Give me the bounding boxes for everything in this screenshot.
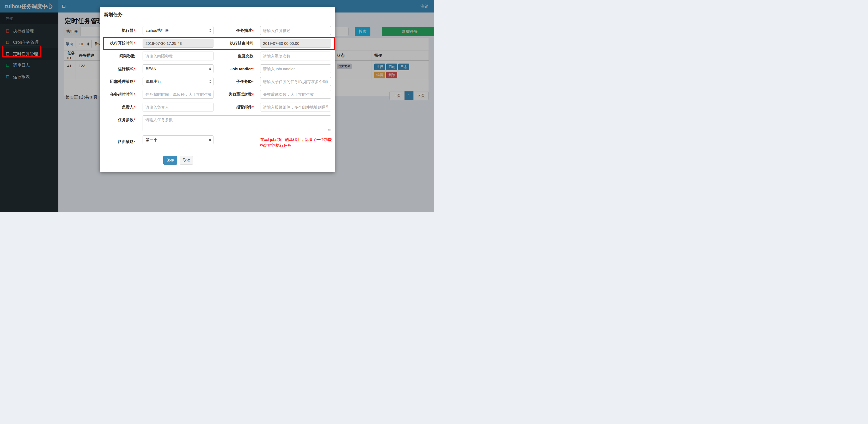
- app-root: zuihou任务调度中心 注销 导航 执行器管理 Cron任务管理 定时任务管理…: [0, 0, 434, 212]
- job-param-label: 任务参数*: [103, 116, 135, 132]
- start-time-label: 执行开始时间*: [103, 39, 135, 48]
- fail-retry-label: 失败重试次数*: [214, 90, 254, 99]
- run-mode-label: 运行模式*: [103, 64, 135, 73]
- child-job-label: 子任务ID*: [214, 77, 254, 86]
- repeat-count-label: 重复次数: [214, 52, 254, 60]
- owner-input[interactable]: [143, 103, 214, 111]
- interval-input[interactable]: [143, 52, 214, 60]
- modal-body: 执行器* zuihou执行器 任务描述* 执行开始时间* 执行结束时间 间隔秒数…: [100, 21, 335, 165]
- select-arrows-icon: [209, 29, 211, 32]
- select-arrows-icon: [209, 138, 211, 141]
- executor-select[interactable]: zuihou执行器: [143, 26, 214, 35]
- timeout-input[interactable]: [143, 90, 214, 99]
- end-time-input[interactable]: [260, 39, 331, 48]
- owner-label: 负责人*: [103, 103, 135, 111]
- start-time-input[interactable]: [143, 39, 214, 48]
- cancel-button[interactable]: 取消: [180, 156, 193, 165]
- end-time-label: 执行结束时间: [214, 39, 254, 48]
- executor-label: 执行器*: [103, 26, 135, 35]
- feature-note-text: 在xxl-jobs项目的基础上，新增了一个功能： 指定时间执行任务: [260, 137, 331, 148]
- job-desc-input[interactable]: [260, 26, 331, 35]
- save-button[interactable]: 保存: [163, 156, 177, 165]
- job-desc-label: 任务描述*: [214, 26, 254, 35]
- alarm-email-input[interactable]: [260, 103, 331, 111]
- select-arrows-icon: [209, 80, 211, 83]
- timeout-label: 任务超时时间*: [103, 90, 135, 99]
- add-task-modal: 新增任务 执行器* zuihou执行器 任务描述* 执行开始时间* 执行结束时间…: [100, 7, 335, 172]
- select-arrows-icon: [209, 67, 211, 70]
- modal-title: 新增任务: [104, 11, 331, 18]
- modal-actions: 保存 取消: [103, 151, 331, 165]
- run-mode-select[interactable]: BEAN: [143, 64, 214, 73]
- job-param-textarea[interactable]: [143, 116, 331, 131]
- fail-retry-input[interactable]: [260, 90, 331, 99]
- block-strategy-select[interactable]: 单机串行: [143, 77, 214, 86]
- repeat-count-input[interactable]: [260, 52, 331, 60]
- route-strategy-select[interactable]: 第一个: [143, 135, 214, 144]
- interval-label: 间隔秒数: [103, 52, 135, 60]
- child-job-input[interactable]: [260, 77, 331, 86]
- modal-header: 新增任务: [100, 7, 335, 21]
- job-handler-input[interactable]: [260, 64, 331, 73]
- route-strategy-label: 路由策略*: [103, 135, 135, 148]
- block-strategy-label: 阻塞处理策略*: [103, 77, 135, 86]
- alarm-email-label: 报警邮件*: [214, 103, 254, 111]
- job-handler-label: JobHandler*: [214, 64, 254, 73]
